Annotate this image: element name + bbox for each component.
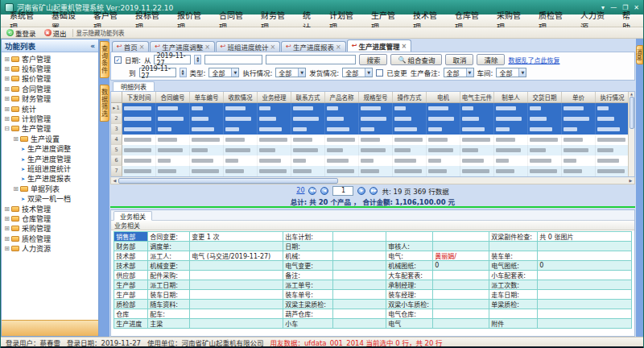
detail-row[interactable]: 财务部调度单:日期:审核人: (114, 242, 632, 251)
tree-item-班组进度统计[interactable]: ➤班组进度统计 (2, 164, 98, 173)
next-page-button[interactable]: ▶ (357, 187, 365, 195)
tree-item-仓库管理[interactable]: ⊞仓库管理 (2, 213, 98, 223)
page-number-input[interactable]: 1 (332, 186, 353, 196)
tree-expander-icon[interactable]: ⊞ (3, 225, 10, 232)
tree-item-采购管理[interactable]: ⊞采购管理 (2, 224, 98, 234)
detail-row[interactable]: 仓库配车:葫芦仓库:电气仓库: (114, 309, 632, 319)
tree-expander-icon[interactable]: ⊞ (12, 135, 19, 143)
date-checkbox[interactable]: ✓ (114, 56, 122, 64)
tree-item-人力资源[interactable]: ⊞人力资源 (2, 243, 98, 253)
prod-note-select[interactable]: 全部▼ (444, 68, 474, 77)
tree-item-财务管理[interactable]: ⊞财务管理 (2, 94, 98, 104)
tree-expander-icon[interactable]: ⊞ (12, 185, 19, 193)
tree-item-统计[interactable]: ⊞统计 (2, 104, 98, 114)
table-row[interactable]: 5 (111, 145, 628, 155)
combo-query-button[interactable]: 🔍 组合查询 (390, 54, 442, 65)
tree-item-生产进度报表[interactable]: ➤生产进度报表 (2, 174, 98, 184)
grid-column-header-收款情况[interactable]: 收款情况 (224, 92, 258, 102)
table-row[interactable]: 7 (111, 166, 628, 176)
tree-item-生产进度调整[interactable]: ➤生产进度调整 (2, 144, 98, 154)
detail-row[interactable]: 技术部机械变更:电气变更:机械图纸:0电气图纸:0 (114, 261, 632, 271)
tree-item-合同管理[interactable]: ⊞合同管理 (2, 84, 98, 93)
grid-column-header-单车编号[interactable]: 单车编号 (190, 92, 224, 102)
grid-column-header-交货日期[interactable]: 交货日期 (528, 92, 562, 102)
tree-item-生产进度管理[interactable]: ➤生产进度管理 (2, 154, 98, 164)
tab-close-icon[interactable]: × (139, 44, 145, 51)
grid-column-header-单价[interactable]: 单价 (562, 92, 596, 102)
tree-expander-icon[interactable]: ⊞ (3, 115, 10, 122)
scroll-left-icon[interactable]: ◀ (111, 178, 118, 183)
date-to-input[interactable]: 2019-11-27 (139, 68, 176, 77)
tab-生产进度报表[interactable]: ↩生产进度报表× (281, 41, 345, 52)
horizontal-scroll-thumb[interactable] (118, 178, 338, 184)
tree-item-客户管理[interactable]: ⊞客户管理 (2, 54, 98, 64)
tree-expander-icon[interactable]: ⊞ (3, 106, 10, 113)
first-page-button[interactable]: ◀◀ (308, 187, 316, 195)
right-strip-tab[interactable]: 消息 (636, 45, 643, 64)
detail-row[interactable]: 质检部随车资料:双梁主梁质检:双梁小车质检:单梁质检: (114, 300, 632, 309)
tree-expander-icon[interactable]: ⊞ (3, 245, 10, 252)
table-row[interactable]: 2 (111, 114, 628, 124)
tree-item-投标管理[interactable]: ⊞投标管理 (2, 64, 98, 73)
tree-expander-icon[interactable]: ⊞ (3, 205, 10, 213)
date-from-input[interactable]: 2019-11-27 (154, 55, 191, 64)
ship-status-select[interactable]: 全部▼ (342, 68, 373, 77)
tab-close-icon[interactable]: × (401, 43, 407, 50)
grid-column-header-规格型号[interactable]: 规格型号 (359, 92, 393, 102)
tree-expander-icon[interactable]: ⊞ (3, 235, 10, 242)
page-size-link[interactable]: 20 (296, 187, 304, 194)
tab-business-related[interactable]: 业务相关 (114, 211, 152, 221)
tab-生产进度调整[interactable]: ↩生产进度调整× (150, 41, 214, 52)
last-page-button[interactable]: ▶▶ (369, 187, 378, 195)
tree-expander-icon[interactable]: ⊞ (3, 215, 10, 222)
tree-item-技术管理[interactable]: ⊞技术管理 (2, 204, 98, 213)
workshop-select[interactable]: 全部▼ (496, 68, 526, 77)
grid-column-header-合同编号[interactable]: 合同编号 (156, 92, 190, 102)
logout-button[interactable]: ✖ 退出 (42, 28, 69, 38)
keyword-input-2[interactable] (266, 55, 356, 64)
vertical-scrollbar[interactable]: ▲ (628, 92, 634, 176)
tree-item-生产设置[interactable]: ⊞生产设置 (2, 134, 98, 143)
tab-首页[interactable]: ↩首页× (112, 41, 149, 52)
search-button[interactable]: 搜索 (359, 54, 387, 65)
sidebar-collapse-button[interactable]: « (90, 42, 95, 50)
grid-column-header-业务经理[interactable]: 业务经理 (258, 92, 291, 102)
tree-expander-icon[interactable]: ⊞ (3, 65, 10, 72)
tree-item-报价管理[interactable]: ⊞报价管理 (2, 74, 98, 84)
scroll-up-icon[interactable]: ▲ (630, 92, 633, 96)
tab-close-icon[interactable]: × (204, 44, 210, 51)
tab-close-icon[interactable]: × (336, 44, 341, 51)
grid-column-header-下发时间[interactable]: 下发时间 (122, 92, 156, 102)
grid-column-header-操作方式[interactable]: 操作方式 (393, 92, 427, 102)
tree-expander-icon[interactable]: ⊞ (3, 75, 10, 82)
tab-生产进度管理[interactable]: ↩生产进度管理× (347, 39, 411, 52)
tree-expander-icon[interactable]: ⊟ (3, 125, 10, 132)
grid-column-header-产品名称[interactable]: 产品名称 (325, 92, 359, 102)
tree-item-双梁一机一档[interactable]: ➤双梁一机一档 (2, 193, 98, 203)
tab-close-icon[interactable]: × (270, 44, 276, 51)
grid-column-header-电气主元件[interactable]: 电气主元件 (460, 92, 494, 102)
keyword-input-1[interactable] (204, 55, 262, 64)
table-row[interactable]: ▸1 (111, 103, 628, 114)
changed-checkbox[interactable] (376, 69, 383, 77)
horizontal-scrollbar[interactable]: ◀ ▶ (110, 177, 635, 184)
date-to-spinner[interactable]: ▲▼ (180, 68, 187, 77)
detail-row[interactable]: 销售部合同变更:变更 1 次出车计划:双梁副件检查:共 0 张图片 (114, 232, 632, 242)
left-strip-tab-数据筛选[interactable]: 数据筛选 (100, 85, 109, 122)
tab-detail-list[interactable]: 明细列表 (113, 81, 155, 91)
vertical-scroll-thumb[interactable] (630, 97, 634, 129)
tab-班组进度统计[interactable]: ↩班组进度统计× (216, 41, 280, 52)
date-from-spinner[interactable]: ▲▼ (194, 55, 201, 64)
left-strip-tab-查询条件[interactable]: 查询条件 (100, 41, 109, 78)
tree-expander-icon[interactable]: ⊞ (3, 85, 10, 93)
table-row[interactable]: 4 (111, 135, 628, 145)
detail-row[interactable]: 生产部派工日期:派工单号:承制经理:派工次数: (114, 280, 632, 290)
relogin-button[interactable]: ⟲ 重登录 (4, 28, 39, 38)
clear-button[interactable]: 清除 (477, 54, 505, 65)
tree-expander-icon[interactable]: ⊞ (3, 56, 10, 63)
cancel-button[interactable]: 取消 (445, 54, 473, 65)
scroll-right-icon[interactable]: ▶ (627, 178, 634, 183)
tree-item-生产管理[interactable]: ⊟生产管理 (2, 124, 98, 134)
type-select[interactable]: 全部▼ (208, 68, 239, 77)
reset-layout-link[interactable]: 数据乱了点此恢复 (508, 56, 559, 64)
